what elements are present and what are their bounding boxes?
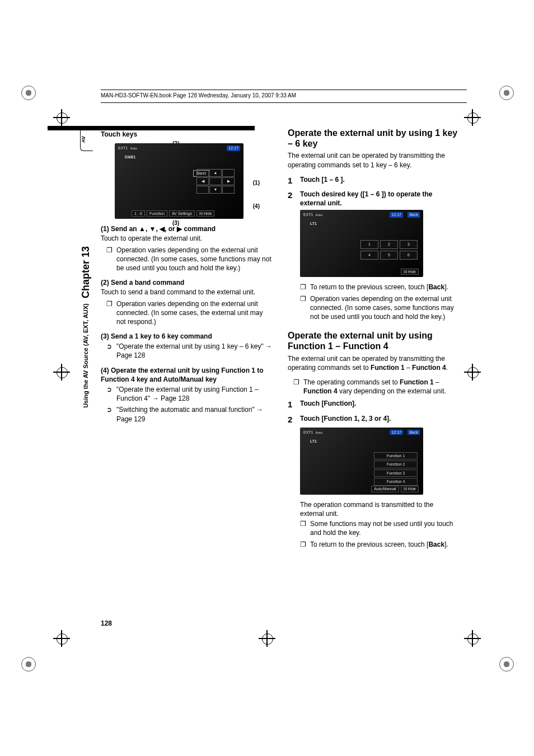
section-2-sub: Touch to send a band command to the exte… (101, 288, 272, 297)
section-2-bullet: ❐Operation varies depending on the exter… (106, 299, 272, 327)
step-2: 2Touch desired key ([1 – 6 ]) to operate… (288, 190, 459, 208)
crop-mark-icon (464, 364, 481, 381)
screenshot-1-6: EXT1 Auto 12:17 Back LT1 1 2 3 4 5 6 ☒ H… (300, 210, 423, 277)
intro-1key-6key: The external unit can be operated by tra… (288, 151, 459, 169)
ss2-time: 12:17 (390, 212, 403, 217)
ss3-back-button[interactable]: Back (407, 430, 420, 435)
ss3-label: LT1 (310, 439, 317, 444)
ss3-function-1[interactable]: Function 1 (374, 452, 418, 459)
section-1-sub: Touch to operate the external unit. (101, 234, 272, 243)
callout-4: (4) (253, 203, 260, 210)
ss1-up-button[interactable]: ▲ (209, 169, 222, 177)
ss2-key-5[interactable]: 5 (380, 251, 398, 260)
crop-mark-icon (259, 630, 275, 647)
ss2-key-2[interactable]: 2 (380, 240, 398, 249)
ss3-bottom: Auto/Manual ☒ Hide (317, 486, 419, 492)
ss1-hide-button[interactable]: ☒ Hide (196, 210, 214, 217)
ss2-source: EXT1 Auto (303, 212, 322, 217)
page-number: 128 (101, 619, 112, 627)
note-function-vary: ❐The operating commands set to Function … (293, 378, 459, 396)
registration-mark-icon (17, 652, 39, 675)
heading-1key-6key: Operate the external unit by using 1 key… (288, 128, 459, 149)
section-1-title: (1) Send an ▲, ▼, ◀, or ▶ command (101, 224, 272, 233)
ss1-left-button[interactable]: ◀ (196, 177, 209, 185)
left-column: Touch keys (2) (1) (4) (3) EXT1 Auto 12:… (101, 128, 272, 551)
tab-chapter: Using the AV Source (AV, EXT, AUX) Chapt… (80, 246, 92, 408)
screenshot-function: EXT1 Auto 12:17 Back LT1 Function 1 Func… (300, 428, 423, 495)
right-column: Operate the external unit by using 1 key… (288, 128, 459, 551)
content: Touch keys (2) (1) (4) (3) EXT1 Auto 12:… (101, 128, 459, 551)
tab-chapter-text: Chapter 13 (80, 246, 91, 298)
ss2-key-3[interactable]: 3 (400, 240, 418, 249)
intro-function-1-4: The external unit can be operated by tra… (288, 354, 459, 372)
ss2-bottom: ☒ Hide (317, 269, 419, 275)
section-3-link: ➲"Operate the external unit by using 1 k… (106, 342, 272, 360)
ss3-auto-manual-button[interactable]: Auto/Manual (371, 486, 399, 492)
section-1-bullet: ❐Operation varies depending on the exter… (106, 246, 272, 273)
registration-mark-icon (17, 81, 39, 104)
ss2-key-4[interactable]: 4 (360, 251, 378, 260)
note-hold-key: ❐Some functions may not be used until yo… (300, 519, 459, 537)
ss1-bottom-bar: 1 - 6 Function AV Settings ☒ Hide (132, 210, 239, 217)
crop-mark-icon (53, 109, 70, 126)
header-filename: MAN-HD3-SOFTW-EN.book Page 128 Wednesday… (101, 90, 467, 103)
callout-3: (3) (172, 219, 179, 227)
ss3-function-4[interactable]: Function 4 (374, 478, 418, 485)
crop-mark-icon (53, 364, 70, 381)
touch-keys-heading: Touch keys (101, 130, 272, 139)
screenshot-1-wrap: (2) (1) (4) (3) EXT1 Auto 12:17 DAB1 Ban… (101, 143, 257, 219)
screenshot-touch-keys: EXT1 Auto 12:17 DAB1 Band ▲ ◀▶ ▼ 1 - 6 F… (115, 143, 243, 219)
fstep-2: 2Touch [Function 1, 2, 3 or 4]. (288, 414, 459, 425)
ss2-keys: 1 2 3 4 5 6 (360, 240, 418, 260)
note-operation-varies: ❐Operation varies depending on the exter… (300, 294, 459, 322)
ss3-time: 12:17 (390, 430, 403, 435)
ss1-function-button[interactable]: Function (147, 210, 167, 217)
ss3-function-2[interactable]: Function 2 (374, 461, 418, 468)
crop-mark-icon (53, 630, 70, 647)
side-tab: AV Using the AV Source (AV, EXT, AUX) Ch… (80, 128, 94, 408)
ss2-hide-button[interactable]: ☒ Hide (401, 269, 419, 275)
ss1-avsettings-button[interactable]: AV Settings (169, 210, 195, 217)
ss1-down-button[interactable]: ▼ (209, 186, 222, 194)
registration-mark-icon (495, 652, 517, 675)
section-2-title: (2) Send a band command (101, 278, 272, 287)
ss1-right-button[interactable]: ▶ (222, 177, 235, 185)
note-back-1: ❐To return to the previous screen, touch… (300, 283, 459, 292)
ss3-function-list: Function 1 Function 2 Function 3 Functio… (374, 452, 418, 486)
section-4-title: (4) Operate the external unit by using F… (101, 366, 272, 384)
callout-1: (1) (253, 179, 260, 187)
ss1-label: DAB1 (125, 154, 135, 159)
ss2-key-6[interactable]: 6 (400, 251, 418, 260)
section-4-link-1: ➲"Operate the external unit by using Fun… (106, 385, 272, 403)
registration-mark-icon (495, 81, 517, 104)
crop-mark-icon (464, 630, 481, 647)
step-1: 1Touch [1 – 6 ]. (288, 175, 459, 186)
ss3-function-3[interactable]: Function 3 (374, 469, 418, 477)
heading-function-1-4: Operate the external unit by using Funct… (288, 330, 459, 351)
ss2-back-button[interactable]: Back (407, 212, 420, 217)
crop-mark-icon (464, 109, 481, 126)
ss2-key-1[interactable]: 1 (360, 240, 378, 249)
ss2-label: LT1 (310, 221, 317, 226)
note-back-2: ❐To return to the previous screen, touch… (300, 540, 459, 549)
ss3-source: EXT1 Auto (303, 430, 322, 435)
fstep-1: 1Touch [Function]. (288, 399, 459, 410)
ss3-hide-button[interactable]: ☒ Hide (401, 486, 419, 492)
tab-source-text: Using the AV Source (AV, EXT, AUX) (82, 303, 89, 408)
page: MAN-HD3-SOFTW-EN.book Page 128 Wednesday… (0, 0, 534, 756)
section-4-link-2: ➲"Switching the automatic and manual fun… (106, 405, 272, 423)
ss1-time: 12:17 (227, 145, 240, 151)
ss1-source: EXT1 Auto (118, 145, 137, 151)
tab-av: AV (80, 128, 93, 151)
ss1-1-6-button[interactable]: 1 - 6 (132, 210, 145, 217)
after-text: The operation command is transmitted to … (300, 500, 459, 518)
section-3-title: (3) Send a 1 key to 6 key command (101, 332, 272, 341)
